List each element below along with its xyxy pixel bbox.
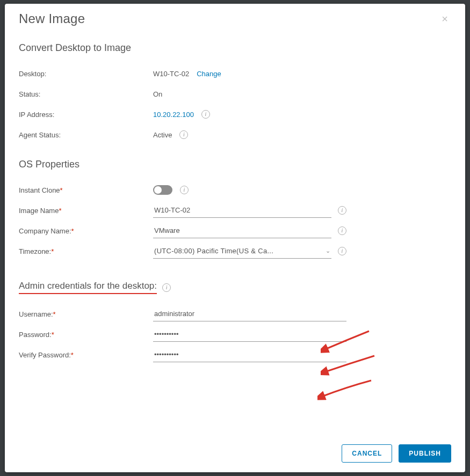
modal-header: New Image × xyxy=(5,4,465,31)
label-username: Username:* xyxy=(19,310,153,318)
label-company: Company Name:* xyxy=(19,227,153,235)
verify-password-input[interactable] xyxy=(153,347,346,362)
row-verify-password: Verify Password:* xyxy=(19,345,451,365)
row-agent: Agent Status: Active i xyxy=(19,125,451,145)
label-timezone: Timezone:* xyxy=(19,247,153,255)
publish-button[interactable]: PUBLISH xyxy=(399,444,451,463)
row-image-name: Image Name* i xyxy=(19,200,451,221)
info-icon[interactable]: i xyxy=(201,110,210,119)
value-desktop: W10-TC-02 Change xyxy=(153,70,451,78)
timezone-selected-text: (UTC-08:00) Pacific Time(US & Ca... xyxy=(154,247,273,255)
cancel-button[interactable]: CANCEL xyxy=(342,444,392,463)
annotation-arrow-icon xyxy=(317,378,377,402)
row-instant-clone: Instant Clone* i xyxy=(19,180,451,200)
info-icon[interactable]: i xyxy=(179,130,188,139)
value-verify-password xyxy=(153,347,451,362)
instant-clone-toggle[interactable] xyxy=(153,185,172,195)
info-icon[interactable]: i xyxy=(338,206,346,215)
admin-title-text: Admin credentials for the desktop: xyxy=(19,281,157,294)
value-agent: Active i xyxy=(153,130,451,139)
timezone-label-text: Timezone: xyxy=(19,247,51,255)
verify-label-text: Verify Password: xyxy=(19,351,71,359)
username-input[interactable] xyxy=(153,306,346,321)
value-ip: 10.20.22.100 i xyxy=(153,110,451,119)
section-convert-title: Convert Desktop to Image xyxy=(19,42,451,54)
modal-body[interactable]: Convert Desktop to Image Desktop: W10-TC… xyxy=(5,31,465,436)
row-username: Username:* xyxy=(19,304,451,324)
value-image-name: i xyxy=(153,203,451,218)
section-os-title: OS Properties xyxy=(19,159,451,170)
label-verify-password: Verify Password:* xyxy=(19,351,153,359)
image-name-label-text: Image Name xyxy=(19,207,59,215)
admin-credentials-heading: Admin credentials for the desktop: i xyxy=(19,281,451,294)
row-timezone: Timezone:* (UTC-08:00) Pacific Time(US &… xyxy=(19,241,451,261)
password-input[interactable] xyxy=(153,327,346,342)
label-ip: IP Address: xyxy=(19,111,153,119)
modal-title: New Image xyxy=(19,11,85,26)
value-instant-clone: i xyxy=(153,185,451,195)
info-icon[interactable]: i xyxy=(338,226,346,235)
desktop-name: W10-TC-02 xyxy=(153,70,189,78)
company-label-text: Company Name: xyxy=(19,227,71,235)
info-icon[interactable]: i xyxy=(180,186,189,194)
label-desktop: Desktop: xyxy=(19,70,153,78)
value-password xyxy=(153,327,451,342)
password-label-text: Password: xyxy=(19,331,52,339)
label-instant-clone: Instant Clone* xyxy=(19,186,153,194)
chevron-down-icon: ⌄ xyxy=(326,247,330,254)
row-ip: IP Address: 10.20.22.100 i xyxy=(19,104,451,125)
value-timezone: (UTC-08:00) Pacific Time(US & Ca... ⌄ i xyxy=(153,244,451,259)
change-link[interactable]: Change xyxy=(197,70,221,78)
modal-body-wrap: Convert Desktop to Image Desktop: W10-TC… xyxy=(5,31,465,436)
label-password: Password:* xyxy=(19,331,153,339)
timezone-select[interactable]: (UTC-08:00) Pacific Time(US & Ca... ⌄ xyxy=(153,244,331,259)
value-status: On xyxy=(153,90,451,98)
row-password: Password:* xyxy=(19,324,451,345)
value-username xyxy=(153,306,451,321)
instant-clone-label-text: Instant Clone xyxy=(19,186,60,194)
label-agent: Agent Status: xyxy=(19,131,153,139)
row-company: Company Name:* i xyxy=(19,221,451,241)
image-name-input[interactable] xyxy=(153,203,331,218)
close-icon[interactable]: × xyxy=(438,11,451,26)
ip-address-link[interactable]: 10.20.22.100 xyxy=(153,111,194,119)
username-label-text: Username: xyxy=(19,310,53,318)
modal-footer: CANCEL PUBLISH xyxy=(5,436,465,472)
new-image-modal: New Image × Convert Desktop to Image Des… xyxy=(5,4,465,472)
company-name-input[interactable] xyxy=(153,223,331,238)
label-image-name: Image Name* xyxy=(19,207,153,215)
status-text: On xyxy=(153,90,162,98)
info-icon[interactable]: i xyxy=(162,283,171,292)
info-icon[interactable]: i xyxy=(338,247,346,255)
value-company: i xyxy=(153,223,451,238)
row-status: Status: On xyxy=(19,84,451,104)
row-desktop: Desktop: W10-TC-02 Change xyxy=(19,63,451,84)
agent-status-text: Active xyxy=(153,131,172,139)
label-status: Status: xyxy=(19,90,153,98)
